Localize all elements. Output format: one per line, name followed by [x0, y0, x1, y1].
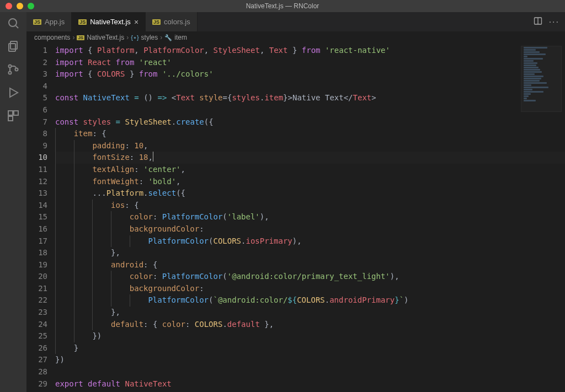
- breadcrumb-file[interactable]: NativeText.js: [87, 34, 124, 41]
- extensions-icon[interactable]: [7, 109, 20, 122]
- symbol-property-icon: 🔧: [164, 34, 172, 41]
- svg-point-5: [9, 72, 12, 74]
- window-titlebar: NativeText.js — RNColor: [0, 0, 565, 12]
- window-maximize-button[interactable]: [28, 3, 34, 9]
- js-file-icon: JS: [77, 35, 84, 40]
- run-debug-icon[interactable]: [7, 86, 20, 99]
- source-control-icon[interactable]: [7, 63, 20, 76]
- editor-tabs: JS App.js JS NativeText.js × JS colors.j…: [26, 12, 565, 31]
- minimap[interactable]: [521, 46, 562, 112]
- breadcrumb-symbol[interactable]: styles: [141, 34, 158, 41]
- text-cursor: [153, 152, 153, 162]
- svg-rect-10: [8, 116, 13, 121]
- window-minimize-button[interactable]: [17, 3, 23, 9]
- editor-area: JS App.js JS NativeText.js × JS colors.j…: [26, 12, 565, 392]
- window-close-button[interactable]: [6, 3, 12, 9]
- window-title: NativeText.js — RNColor: [0, 2, 565, 10]
- breadcrumb-symbol[interactable]: item: [174, 34, 187, 41]
- chevron-right-icon: ›: [72, 34, 74, 41]
- line-number-gutter: 1 2 3 4 5 6 7 8 9 10 11 12 13 14 15 16 1…: [26, 44, 55, 392]
- tab-label: colors.js: [164, 18, 190, 26]
- editor-actions: ···: [528, 12, 565, 31]
- svg-line-1: [16, 26, 18, 28]
- breadcrumb-folder[interactable]: components: [34, 34, 70, 41]
- js-file-icon: JS: [78, 19, 87, 25]
- svg-point-0: [9, 19, 17, 26]
- traffic-lights: [0, 3, 34, 9]
- tab-nativetext-js[interactable]: JS NativeText.js ×: [72, 12, 146, 31]
- tab-label: NativeText.js: [90, 18, 131, 26]
- code-content[interactable]: import { Platform, PlatformColor, StyleS…: [55, 44, 565, 392]
- explorer-icon[interactable]: [7, 40, 20, 53]
- svg-point-4: [9, 65, 12, 68]
- svg-rect-9: [14, 111, 18, 115]
- svg-marker-7: [10, 88, 18, 97]
- more-actions-icon[interactable]: ···: [549, 17, 559, 27]
- svg-rect-8: [8, 111, 13, 115]
- svg-rect-3: [9, 44, 15, 51]
- tab-label: App.js: [45, 18, 65, 26]
- chevron-right-icon: ›: [160, 34, 162, 41]
- search-icon[interactable]: [7, 17, 20, 30]
- chevron-right-icon: ›: [126, 34, 129, 41]
- breadcrumbs[interactable]: components › JS NativeText.js › {∘} styl…: [26, 31, 565, 44]
- symbol-variable-icon: {∘}: [131, 34, 138, 41]
- close-icon[interactable]: ×: [134, 18, 138, 26]
- js-file-icon: JS: [152, 19, 161, 25]
- activity-bar: [0, 12, 26, 392]
- tab-app-js[interactable]: JS App.js: [26, 12, 72, 31]
- js-file-icon: JS: [33, 19, 41, 25]
- editor-body[interactable]: 1 2 3 4 5 6 7 8 9 10 11 12 13 14 15 16 1…: [26, 44, 565, 392]
- svg-point-6: [15, 68, 18, 71]
- svg-rect-2: [10, 41, 17, 49]
- tab-colors-js[interactable]: JS colors.js: [146, 12, 198, 31]
- split-editor-icon[interactable]: [534, 17, 542, 27]
